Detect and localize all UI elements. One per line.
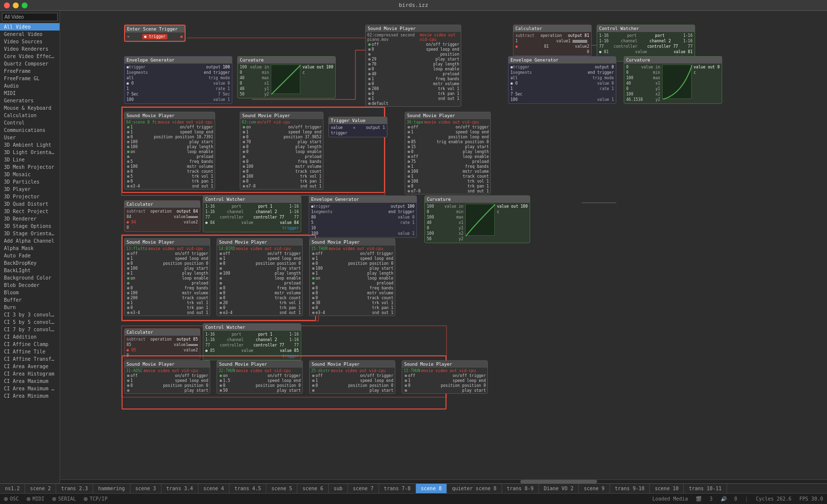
sidebar-item-communications[interactable]: Communications [0, 126, 60, 134]
tab-scene9[interactable]: scene 9 [579, 484, 610, 493]
minimize-button[interactable] [13, 2, 19, 8]
sidebar-item-freeframe-gl[interactable]: FreeFrame GL [0, 75, 60, 82]
sidebar-item-alpha-mask[interactable]: Alpha Mask [0, 245, 60, 252]
status-osc[interactable]: OSC [4, 496, 19, 502]
sidebar-item-ci-affine-transform[interactable]: CI Affine Transform [0, 355, 60, 363]
status-tcpip[interactable]: TCP/IP [84, 496, 107, 502]
tab-trans23[interactable]: trans 2.3 [56, 484, 93, 493]
tab-trans1011[interactable]: trans 10-11 [684, 484, 727, 493]
env-header-mid: Envelope Generator [309, 196, 416, 203]
sidebar-item-ci-area-min[interactable]: CI Area Minimum [0, 392, 60, 400]
sidebar-item-3d-line[interactable]: 3D Line [0, 156, 60, 163]
sidebar-item-control[interactable]: Control [0, 119, 60, 126]
tab-trans78[interactable]: trans 7-8 [379, 484, 416, 493]
sidebar-search[interactable] [2, 13, 58, 21]
tab-scene3[interactable]: scene 3 [130, 484, 161, 493]
tab-trans89[interactable]: trans 8-9 [502, 484, 539, 493]
node-canvas[interactable]: Enter Scene Trigger → ● trigger ● Sound … [60, 11, 827, 483]
tab-quieter-scene8[interactable]: quieter scene 8 [447, 484, 502, 493]
sidebar-item-ci3x3[interactable]: CI 3 by 3 convolution [0, 311, 60, 318]
tab-hammering[interactable]: hammering [93, 484, 130, 493]
sidebar-item-ci-affine-clamp[interactable]: CI Affine Clamp [0, 341, 60, 348]
status-bar: OSC MIDI SERIAL TCP/IP Loaded Media 🎬 3 … [0, 493, 827, 504]
sidebar-item-ci-affine-tile[interactable]: CI Affine Tile [0, 348, 60, 355]
sidebar-item-add-alpha[interactable]: Add Alpha Channel [0, 237, 60, 245]
env-header-top-left: Envelope Generator [125, 57, 232, 63]
sidebar-item-3d-stage-opts[interactable]: 3D Stage Options [0, 222, 60, 230]
sidebar-item-3d-rect[interactable]: 3D Rect Project [0, 208, 60, 215]
curv-body-top-left: 100value in 0min 40max 0x1 40y1 50y2 val… [238, 63, 335, 98]
tab-scene5[interactable]: scene 5 [266, 484, 297, 493]
smp-body-31: 31:AOSCmovie video out vid-cpu offon/off… [125, 368, 210, 393]
sidebar-item-3d-player[interactable]: 3D Player [0, 186, 60, 193]
sidebar-item-burn[interactable]: Burn [0, 304, 60, 311]
sidebar-item-3d-quad[interactable]: 3D Quad Distort [0, 200, 60, 208]
close-button[interactable] [4, 2, 10, 8]
sidebar-item-ci-area-max[interactable]: CI Area Maximum [0, 378, 60, 385]
sidebar-item-3d-light-orient[interactable]: 3D Light Orientation [0, 149, 60, 156]
sidebar-item-video-renderers[interactable]: Video Renderers [0, 45, 60, 53]
smp-node-64: Sound Movie Player 64:scene 8 fcmovie vi… [124, 112, 215, 189]
sidebar-item-ci-addition[interactable]: CI Addition [0, 333, 60, 341]
status-serial[interactable]: SERIAL [52, 496, 76, 502]
node-body-enter-scene: → ● trigger ● [125, 32, 185, 41]
tab-scene6[interactable]: scene 6 [297, 484, 328, 493]
sidebar-item-ci5x5[interactable]: CI 5 by 5 convolution [0, 318, 60, 326]
sidebar-item-midi[interactable]: MIDI [0, 90, 60, 97]
maximize-button[interactable] [22, 2, 28, 8]
sidebar-item-all-video[interactable]: All Video [0, 23, 60, 31]
trigger-button[interactable]: ● trigger [142, 34, 167, 39]
tab-trans34[interactable]: trans 3.4 [161, 484, 198, 493]
sidebar-item-buffer[interactable]: Buffer [0, 296, 60, 304]
sidebar-item-3d-stage-orient[interactable]: 3D Stage Orientation [0, 230, 60, 237]
sidebar-item-ci-area-max-alp[interactable]: CI Area Maximum Alp... [0, 385, 60, 392]
sidebar-item-generators[interactable]: Generators [0, 97, 60, 104]
sidebar-item-ci7x7[interactable]: CI 7 by 7 convolution [0, 326, 60, 333]
sidebar-item-freeframe[interactable]: FreeFrame [0, 67, 60, 75]
horizontal-scrollbar[interactable] [60, 479, 827, 483]
tab-ns12[interactable]: ns1.2 [0, 484, 25, 493]
sidebar-item-3d-ambient[interactable]: 3D Ambient Light [0, 141, 60, 149]
tab-scene7[interactable]: scene 7 [348, 484, 379, 493]
scrollbar-thumb[interactable] [520, 480, 597, 483]
env-body-top-left: ●triggeroutput 100 1segmentsend trigger … [125, 63, 232, 103]
tab-trans45[interactable]: trans 4.5 [229, 484, 266, 493]
envelope-gen-node-top-right: Envelope Generator ●triggeroutput 0 1seg… [508, 56, 616, 104]
tab-scene2[interactable]: scene 2 [25, 484, 56, 493]
sidebar-item-core-video-effects[interactable]: Core Video Effects [0, 53, 60, 60]
tab-scene4[interactable]: scene 4 [198, 484, 229, 493]
tab-bar: ns1.2 scene 2 trans 2.3 hammering scene … [0, 483, 827, 493]
sidebar-item-bloom[interactable]: Bloom [0, 289, 60, 296]
cw-header-top: Control Watcher [597, 25, 695, 32]
sidebar-item-backdropkey[interactable]: BackDropKey [0, 259, 60, 267]
sidebar-item-background-color[interactable]: Background Color [0, 274, 60, 282]
env-body-mid: ●triggeroutput 100 1segmentsend trigger … [309, 203, 416, 237]
sidebar-item-general-video[interactable]: General Video [0, 31, 60, 38]
tab-diane-vo2[interactable]: Diane VO 2 [539, 484, 579, 493]
sidebar-item-calculation[interactable]: Calculation [0, 112, 60, 119]
sidebar-item-backlight[interactable]: BackLIght [0, 267, 60, 274]
calculator-node-top: Calculator subtractoperationoutput 81 1v… [513, 25, 592, 56]
smp-header-31: Sound Movie Player [125, 361, 210, 368]
sidebar-item-3d-renderer[interactable]: 3D Renderer [0, 215, 60, 222]
tab-sub[interactable]: sub [329, 484, 348, 493]
sidebar-item-video-sources[interactable]: Video Sources [0, 38, 60, 45]
tcpip-label: TCP/IP [90, 496, 107, 502]
sidebar-item-3d-mosaic[interactable]: 3D Mosaic [0, 171, 60, 178]
traffic-lights[interactable] [4, 2, 28, 8]
sidebar-item-3d-particles[interactable]: 3D Particles [0, 178, 60, 186]
status-midi[interactable]: MIDI [27, 496, 44, 502]
sidebar-item-ci-area-hist[interactable]: CI Area Histogram [0, 370, 60, 378]
sidebar-item-mouse-keyboard[interactable]: Mouse & Keyboard [0, 104, 60, 112]
sidebar-item-blob-decoder[interactable]: Blob Decoder [0, 282, 60, 289]
sidebar-item-ci-area-avg[interactable]: CI Area Average [0, 363, 60, 370]
tab-scene8[interactable]: scene 8 [416, 484, 447, 493]
tab-scene10[interactable]: scene 10 [650, 484, 684, 493]
sidebar-item-audio[interactable]: Audio [0, 82, 60, 90]
sidebar-item-auto-fade[interactable]: Auto Fade [0, 252, 60, 259]
tab-trans910[interactable]: trans 9-10 [610, 484, 650, 493]
sidebar-item-3d-mesh[interactable]: 3D Mesh Projector [0, 163, 60, 171]
sidebar-item-user[interactable]: User [0, 134, 60, 141]
sidebar-item-3d-projector[interactable]: 3D Projector [0, 193, 60, 200]
sidebar-item-quartz-composer[interactable]: Quartz Composer [0, 60, 60, 67]
